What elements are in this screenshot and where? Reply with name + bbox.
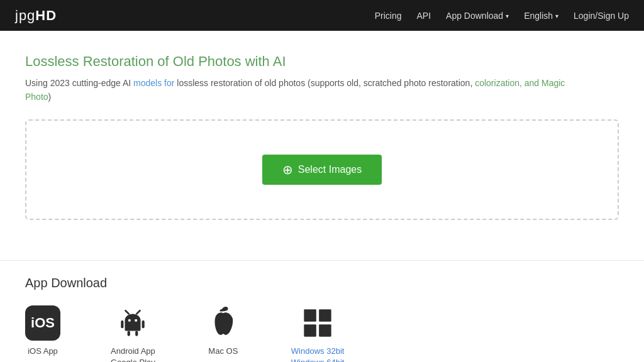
svg-rect-5 bbox=[142, 321, 145, 328]
nav-item-app-download[interactable]: App Download ▾ bbox=[446, 11, 509, 21]
nav-links: Pricing API App Download ▾ English ▾ Log… bbox=[375, 10, 629, 21]
nav-item-api[interactable]: API bbox=[416, 10, 431, 21]
android-app-label: Android App Google Play bbox=[111, 346, 155, 362]
ios-icon: iOS bbox=[25, 305, 60, 341]
language-dropdown[interactable]: English ▾ bbox=[524, 11, 558, 21]
nav-item-language[interactable]: English ▾ bbox=[524, 11, 558, 21]
app-download-caret: ▾ bbox=[506, 13, 509, 19]
svg-rect-8 bbox=[304, 309, 316, 322]
svg-rect-7 bbox=[136, 331, 138, 336]
select-images-button[interactable]: ⊕ Select Images bbox=[262, 155, 382, 185]
svg-rect-9 bbox=[319, 309, 331, 322]
svg-line-2 bbox=[126, 310, 129, 314]
app-download-dropdown[interactable]: App Download ▾ bbox=[446, 11, 509, 21]
svg-line-3 bbox=[137, 310, 140, 314]
app-download-section: App Download iOS iOS App bbox=[0, 276, 644, 362]
svg-point-0 bbox=[128, 319, 131, 322]
svg-point-1 bbox=[135, 319, 138, 322]
desc-blue: models for bbox=[133, 78, 174, 88]
nav-item-pricing[interactable]: Pricing bbox=[375, 10, 402, 21]
login-link[interactable]: Login/Sign Up bbox=[574, 11, 629, 21]
navbar: jpgHD Pricing API App Download ▾ English… bbox=[0, 0, 644, 31]
plus-icon: ⊕ bbox=[282, 163, 293, 176]
ios-app-item[interactable]: iOS iOS App bbox=[25, 305, 60, 357]
windows-icon bbox=[300, 305, 335, 341]
windows-app-item[interactable]: Windows 32bit Windows 64bit bbox=[291, 305, 345, 362]
windows-app-label: Windows 32bit Windows 64bit bbox=[291, 346, 345, 362]
android-label-line2: Google Play bbox=[111, 357, 155, 362]
ios-app-label: iOS App bbox=[28, 346, 58, 357]
mac-app-label: Mac OS bbox=[208, 346, 238, 357]
app-download-title: App Download bbox=[25, 276, 619, 290]
android-icon bbox=[115, 305, 150, 341]
svg-rect-10 bbox=[304, 324, 316, 337]
windows-32bit-link[interactable]: Windows 32bit bbox=[291, 346, 345, 356]
language-caret: ▾ bbox=[555, 13, 558, 19]
api-link[interactable]: API bbox=[416, 11, 431, 21]
pricing-link[interactable]: Pricing bbox=[375, 11, 402, 21]
svg-rect-11 bbox=[319, 324, 331, 337]
section-divider bbox=[0, 260, 644, 261]
android-label-line1: Android App bbox=[111, 346, 155, 357]
select-images-label: Select Images bbox=[298, 164, 362, 175]
logo-bold: HD bbox=[35, 8, 57, 23]
android-app-item[interactable]: Android App Google Play bbox=[111, 305, 155, 362]
page-title: Lossless Restoration of Old Photos with … bbox=[25, 53, 619, 70]
app-icons-list: iOS iOS App bbox=[25, 305, 619, 362]
ios-icon-text: iOS bbox=[31, 315, 55, 331]
app-download-label: App Download bbox=[446, 11, 503, 21]
main-content: Lossless Restoration of Old Photos with … bbox=[0, 31, 644, 255]
mac-icon bbox=[206, 305, 241, 341]
logo-light: jpg bbox=[15, 8, 35, 23]
svg-rect-4 bbox=[121, 321, 124, 328]
site-logo[interactable]: jpgHD bbox=[15, 8, 57, 24]
nav-item-login[interactable]: Login/Sign Up bbox=[574, 10, 629, 21]
desc-green: colorization, and Magic Photo bbox=[25, 78, 565, 102]
mac-app-item[interactable]: Mac OS bbox=[206, 305, 241, 357]
windows-64bit-link[interactable]: Windows 64bit bbox=[291, 358, 345, 362]
page-description: Using 2023 cutting-edge AI models for lo… bbox=[25, 76, 566, 104]
language-label: English bbox=[524, 11, 553, 21]
upload-box[interactable]: ⊕ Select Images bbox=[25, 119, 619, 220]
svg-rect-6 bbox=[128, 331, 130, 336]
